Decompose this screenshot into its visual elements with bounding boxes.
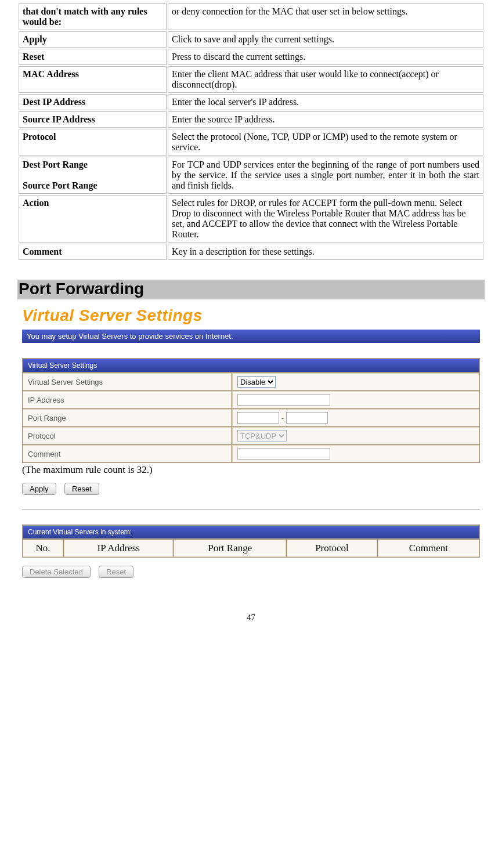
comment-input[interactable]: [237, 448, 330, 460]
virtual-server-panel: Virtual Server Settings You may setup Vi…: [17, 303, 485, 599]
param-desc: Enter the source IP address.: [168, 111, 483, 128]
param-label: Action: [19, 195, 167, 243]
ip-input[interactable]: [237, 394, 330, 406]
table-row: Comment Key in a description for these s…: [19, 244, 483, 260]
table-row: Apply Click to save and apply the curren…: [19, 31, 483, 48]
proto-cell: TCP&UDP: [232, 427, 479, 444]
port-dash: -: [281, 414, 284, 422]
virtual-server-form: Virtual Server Settings Virtual Server S…: [22, 358, 480, 463]
reset2-button: Reset: [99, 566, 133, 578]
vss-cell: Disable: [232, 373, 479, 390]
current-servers-table: Current Virtual Servers in system: No. I…: [22, 525, 480, 558]
proto-select: TCP&UDP: [237, 430, 287, 442]
max-rule-note: (The maximum rule count is 32.): [22, 464, 480, 476]
port-cell: -: [232, 409, 479, 426]
ip-cell: [232, 391, 479, 408]
param-desc: Enter the local server's IP address.: [168, 94, 483, 110]
col-proto: Protocol: [287, 540, 377, 557]
separator: [22, 509, 480, 509]
form-header: Virtual Server Settings: [23, 359, 479, 372]
param-label: MAC Address: [19, 66, 167, 93]
param-label: Apply: [19, 31, 167, 48]
ip-label: IP Address: [23, 391, 232, 408]
comment-label: Comment: [23, 445, 232, 462]
param-desc: Select rules for DROP, or rules for ACCE…: [168, 195, 483, 243]
table-row: Reset Press to discard the current setti…: [19, 49, 483, 65]
param-desc: Key in a description for these settings.: [168, 244, 483, 260]
reset-button[interactable]: Reset: [64, 483, 99, 495]
param-label: Source IP Address: [19, 111, 167, 128]
table-row: Protocol Select the protocol (None, TCP,…: [19, 129, 483, 155]
param-desc: Enter the client MAC address that user w…: [168, 66, 483, 93]
param-desc: Press to discard the current settings.: [168, 49, 483, 65]
proto-label: Protocol: [23, 427, 232, 444]
param-label: Comment: [19, 244, 167, 260]
table-row: Dest IP Address Enter the local server's…: [19, 94, 483, 110]
col-comment: Comment: [378, 540, 479, 557]
port-forwarding-heading: Port Forwarding: [17, 280, 485, 299]
apply-button[interactable]: Apply: [22, 483, 56, 495]
delete-reset-row: Delete Selected Reset: [22, 566, 480, 578]
table-row: Action Select rules for DROP, or rules f…: [19, 195, 483, 243]
vss-label: Virtual Server Settings: [23, 373, 232, 390]
param-label: that don't match with any rules would be…: [19, 3, 167, 30]
parameter-table: that don't match with any rules would be…: [17, 2, 485, 261]
port-label: Port Range: [23, 409, 232, 426]
col-no: No.: [23, 540, 63, 557]
param-desc: or deny connection for the MAC that user…: [168, 3, 483, 30]
current-header: Current Virtual Servers in system:: [23, 525, 479, 539]
param-desc: Select the protocol (None, TCP, UDP or I…: [168, 129, 483, 155]
table-row: Dest Port Range Source Port Range For TC…: [19, 157, 483, 194]
table-row: Source IP Address Enter the source IP ad…: [19, 111, 483, 128]
param-label: Dest Port Range Source Port Range: [19, 157, 167, 194]
vss-select[interactable]: Disable: [237, 376, 276, 388]
info-bar: You may setup Virtual Servers to provide…: [22, 330, 480, 343]
param-desc: Click to save and apply the current sett…: [168, 31, 483, 48]
port-end-input[interactable]: [286, 412, 328, 424]
page-number: 47: [17, 613, 485, 623]
table-row: MAC Address Enter the client MAC address…: [19, 66, 483, 93]
comment-cell: [232, 445, 479, 462]
param-label: Reset: [19, 49, 167, 65]
delete-selected-button: Delete Selected: [22, 566, 91, 578]
col-ip: IP Address: [64, 540, 173, 557]
apply-reset-row: Apply Reset: [22, 483, 480, 495]
col-port: Port Range: [174, 540, 286, 557]
port-start-input[interactable]: [237, 412, 279, 424]
virtual-server-title: Virtual Server Settings: [22, 306, 480, 325]
param-label: Protocol: [19, 129, 167, 155]
param-label: Dest IP Address: [19, 94, 167, 110]
table-row: that don't match with any rules would be…: [19, 3, 483, 30]
param-desc: For TCP and UDP services enter the begin…: [168, 157, 483, 194]
